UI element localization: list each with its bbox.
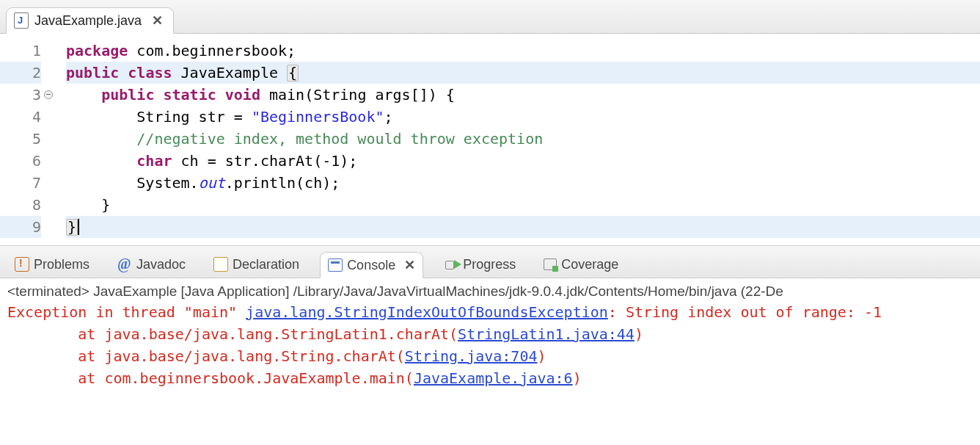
code-line[interactable]: //negative index, method would throw exc… bbox=[66, 128, 980, 150]
code-token bbox=[66, 130, 136, 148]
line-number-gutter: 123−456789 bbox=[13, 40, 45, 238]
view-tab-decl[interactable]: Declaration bbox=[206, 251, 307, 278]
console-text: : String index out of range: -1 bbox=[608, 303, 882, 321]
console-text: at java.base/java.lang.String.charAt( bbox=[7, 347, 405, 365]
marker-strip bbox=[0, 40, 13, 238]
code-token: String str = bbox=[66, 108, 252, 126]
code-token: static bbox=[163, 86, 216, 104]
fold-strip bbox=[45, 40, 59, 238]
line-number: 3− bbox=[13, 84, 41, 106]
marker-cell bbox=[0, 150, 13, 172]
code-token: } bbox=[66, 219, 78, 236]
code-line[interactable]: public class JavaExample { bbox=[66, 62, 980, 84]
code-token: "BeginnersBook" bbox=[252, 108, 384, 126]
console-line: Exception in thread "main" java.lang.Str… bbox=[7, 301, 976, 323]
code-token: void bbox=[225, 86, 260, 104]
view-tab-javadoc[interactable]: @Javadoc bbox=[110, 251, 193, 278]
code-line[interactable]: public static void main(String args[]) { bbox=[66, 84, 980, 106]
code-body[interactable]: package com.beginnersbook;public class J… bbox=[59, 40, 980, 238]
code-token: ch = str.charAt(-1); bbox=[172, 152, 358, 170]
code-line[interactable]: System.out.println(ch); bbox=[66, 172, 980, 194]
view-tab-label: Declaration bbox=[233, 257, 299, 272]
view-tab-coverage[interactable]: Coverage bbox=[536, 251, 626, 278]
code-line[interactable]: } bbox=[66, 216, 980, 238]
coverage-icon bbox=[544, 258, 557, 270]
code-token: .println(ch); bbox=[225, 174, 340, 192]
marker-cell bbox=[0, 194, 13, 216]
code-token: { bbox=[287, 65, 299, 82]
code-token: class bbox=[128, 64, 172, 82]
code-token: char bbox=[136, 152, 172, 170]
code-area[interactable]: 123−456789 package com.beginnersbook;pub… bbox=[0, 34, 980, 246]
code-token: ; bbox=[384, 108, 393, 126]
marker-cell bbox=[0, 106, 13, 128]
console-line: at java.base/java.lang.StringLatin1.char… bbox=[7, 323, 976, 345]
view-tab-label: Coverage bbox=[561, 257, 618, 272]
views-tab-bar: Problems@JavadocDeclarationConsole ✕Prog… bbox=[0, 246, 980, 278]
view-tab-label: Javadoc bbox=[136, 257, 186, 272]
console-pane: <terminated> JavaExample [Java Applicati… bbox=[0, 278, 980, 392]
close-icon[interactable]: ✕ bbox=[400, 257, 415, 273]
problems-icon bbox=[15, 257, 29, 272]
stacktrace-link[interactable]: JavaExample.java:6 bbox=[414, 369, 573, 387]
code-line[interactable]: String str = "BeginnersBook"; bbox=[66, 106, 980, 128]
code-token: JavaExample bbox=[172, 64, 288, 82]
marker-cell bbox=[0, 84, 13, 106]
editor-tab[interactable]: JavaExample.java ✕ bbox=[6, 7, 174, 34]
stacktrace-link[interactable]: java.lang.StringIndexOutOfBoundsExceptio… bbox=[246, 303, 608, 321]
marker-cell bbox=[0, 62, 13, 84]
code-token bbox=[216, 86, 225, 104]
line-number: 1 bbox=[13, 40, 41, 62]
text-caret bbox=[78, 219, 79, 235]
line-number: 2 bbox=[13, 62, 41, 84]
fold-toggle-icon[interactable]: − bbox=[44, 90, 53, 99]
code-token: public bbox=[101, 86, 154, 104]
console-line: at com.beginnersbook.JavaExample.main(Ja… bbox=[7, 367, 976, 389]
code-token: //negative index, method would throw exc… bbox=[136, 130, 543, 148]
console-line: at java.base/java.lang.String.charAt(Str… bbox=[7, 345, 976, 367]
code-line[interactable]: } bbox=[66, 194, 980, 216]
console-text: Exception in thread "main" bbox=[7, 303, 246, 321]
code-token: package bbox=[66, 42, 128, 59]
view-tab-console[interactable]: Console ✕ bbox=[320, 252, 423, 278]
line-number: 8 bbox=[13, 194, 41, 216]
close-icon[interactable]: ✕ bbox=[147, 12, 163, 29]
line-number: 9 bbox=[13, 216, 41, 238]
code-line[interactable]: char ch = str.charAt(-1); bbox=[66, 150, 980, 172]
code-token: out bbox=[199, 174, 225, 192]
editor-tab-bar: JavaExample.java ✕ bbox=[0, 0, 980, 34]
code-token bbox=[154, 86, 163, 104]
progress-icon bbox=[444, 257, 458, 272]
java-file-icon bbox=[14, 12, 29, 29]
editor-pane: JavaExample.java ✕ 123−456789 package co… bbox=[0, 0, 980, 246]
code-token: main(String args[]) { bbox=[260, 86, 455, 104]
console-output[interactable]: Exception in thread "main" java.lang.Str… bbox=[7, 301, 976, 389]
marker-cell bbox=[0, 128, 13, 150]
code-token: public bbox=[66, 64, 119, 82]
view-tab-label: Problems bbox=[34, 257, 89, 272]
code-token: com.beginnersbook; bbox=[128, 42, 296, 59]
view-tab-label: Console bbox=[347, 258, 395, 273]
marker-cell bbox=[0, 40, 13, 62]
code-line[interactable]: package com.beginnersbook; bbox=[66, 40, 980, 62]
console-text: ) bbox=[573, 369, 582, 387]
console-text: ) bbox=[537, 347, 546, 365]
console-text: at com.beginnersbook.JavaExample.main( bbox=[7, 369, 414, 387]
line-number: 5 bbox=[13, 128, 41, 150]
view-tab-problems[interactable]: Problems bbox=[7, 251, 97, 278]
marker-cell bbox=[0, 172, 13, 194]
declaration-icon bbox=[213, 257, 228, 272]
code-token bbox=[66, 86, 101, 104]
console-text: ) bbox=[635, 325, 643, 343]
code-token: } bbox=[66, 196, 110, 214]
stacktrace-link[interactable]: StringLatin1.java:44 bbox=[458, 325, 635, 343]
console-icon bbox=[328, 258, 343, 272]
code-token: System. bbox=[66, 174, 199, 192]
javadoc-icon: @ bbox=[117, 257, 132, 272]
line-number: 4 bbox=[13, 106, 41, 128]
view-tab-progress[interactable]: Progress bbox=[436, 251, 523, 278]
code-token bbox=[119, 64, 128, 82]
console-text: at java.base/java.lang.StringLatin1.char… bbox=[7, 325, 458, 343]
line-number: 6 bbox=[13, 150, 41, 172]
stacktrace-link[interactable]: String.java:704 bbox=[405, 347, 538, 365]
